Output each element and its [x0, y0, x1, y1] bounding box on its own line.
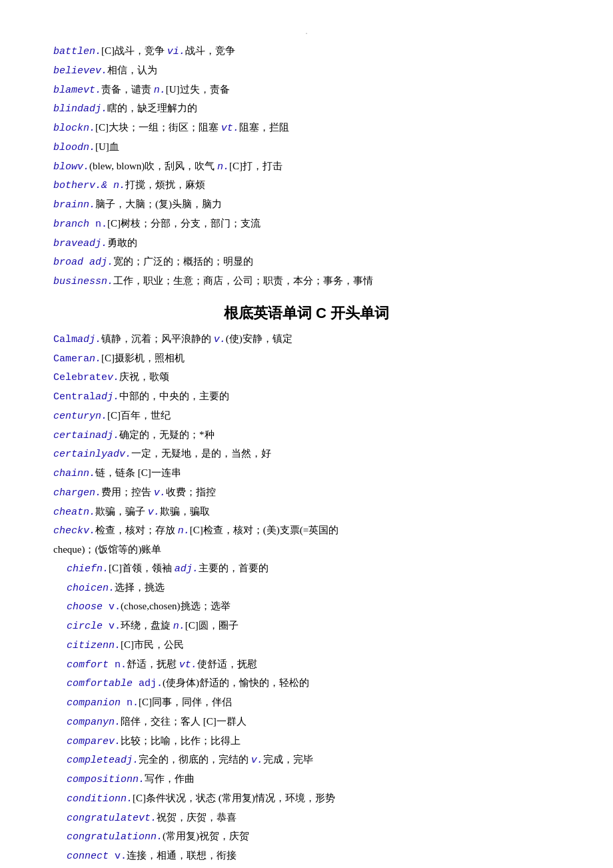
page-wrapper: . battlen.[C]战斗，竞争 vi.战斗，竞争 believev.相信，… — [40, 27, 573, 868]
pos: v. — [83, 525, 95, 537]
definition: 工作，职业；生意；商店，公司；职责，本分；事务，事情 — [113, 275, 373, 286]
word-en: broad — [53, 257, 83, 268]
definition: 勇敢的 — [107, 237, 137, 248]
pos: n. — [89, 353, 101, 365]
word-en: comfortable — [67, 678, 133, 689]
word-en: comfort — [67, 659, 109, 671]
word-en: congratulation — [67, 831, 151, 843]
word-en: Camera — [53, 353, 89, 365]
def2: 主要的，首要的 — [199, 563, 269, 573]
definition: 脑子，大脑；(复)头脑，脑力 — [95, 199, 222, 209]
list-item: Centraladj.中部的，中央的，主要的 — [53, 387, 573, 407]
list-item: blowv.(blew, blown)吹，刮风，吹气 n.[C]打，打击 — [53, 157, 573, 177]
word-en: blood — [53, 142, 83, 153]
list-item: choose v.(chose,chosen)挑选；选举 — [53, 597, 573, 617]
list-item: comfort n.舒适，抚慰 vt.使舒适，抚慰 — [53, 655, 573, 675]
definition: 责备，谴责 — [101, 84, 154, 95]
definition: 祝贺，庆贺，恭喜 — [157, 812, 237, 823]
pos: n. — [97, 563, 109, 575]
definition: 检查，核对；存放 — [95, 525, 178, 535]
word-en: certain — [53, 430, 95, 441]
word-en: believe — [53, 65, 95, 77]
def2: 战斗，竞争 — [185, 45, 235, 56]
def2: (使)安静，镇定 — [226, 333, 293, 344]
word-en: citizen — [67, 640, 109, 651]
list-item: companion n.[C]同事，同伴，伴侣 — [53, 693, 573, 713]
list-item: branch n.[C]树枝；分部，分支，部门；支流 — [53, 215, 573, 234]
list-item: comparev.比较；比喻，比作；比得上 — [53, 732, 573, 751]
definition: 陪伴，交往；客人 [C]一群人 — [121, 716, 247, 727]
word-en: Central — [53, 391, 95, 403]
list-item: completeadj.完全的，彻底的，完结的 v.完成，完毕 — [53, 751, 573, 770]
definition: [C]摄影机，照相机 — [101, 353, 185, 363]
pos: v. — [103, 621, 121, 632]
list-item: chiefn.[C]首领，领袖 adj.主要的，首要的 — [53, 559, 573, 579]
word-en: bother — [53, 180, 89, 191]
definition: 庆祝，歌颂 — [119, 371, 169, 382]
def2: 使舒适，抚慰 — [197, 659, 257, 669]
definition: 打搅，烦扰，麻烦 — [125, 179, 205, 190]
word-en: blind — [53, 103, 83, 115]
pos: n. — [83, 142, 95, 153]
pos: adj. — [77, 334, 101, 345]
definition: [C]百年，世纪 — [107, 410, 171, 421]
definition: [C]同事，同伴，伴侣 — [139, 697, 232, 707]
pos: adj. — [95, 430, 119, 441]
list-item: cheatn.欺骗，骗子 v.欺骗，骗取 — [53, 503, 573, 522]
definition: 一定，无疑地，是的，当然，好 — [131, 448, 271, 459]
word-en: blame — [53, 85, 83, 96]
pos2: vi. — [167, 46, 185, 57]
pos: adv. — [107, 449, 131, 460]
definition: 链，链条 [C]一连串 — [95, 467, 181, 478]
definition: 舒适，抚慰 — [127, 659, 179, 669]
definition: (常用复)祝贺，庆贺 — [163, 831, 249, 841]
section-c-title: 根底英语单词 C 开头单词 — [40, 303, 573, 323]
pos: adj. — [83, 257, 113, 268]
list-item: conditionn.[C]条件状况，状态 (常用复)情况，环境，形势 — [53, 789, 573, 809]
definition: 比较；比喻，比作；比得上 — [121, 735, 241, 746]
def2: 完成，完毕 — [263, 754, 313, 765]
pos2: v. — [214, 334, 226, 345]
word-en: century — [53, 411, 95, 422]
list-item: congratulatevt.祝贺，庆贺，恭喜 — [53, 809, 573, 828]
definition: [C]战斗，竞争 — [101, 45, 167, 56]
pos: v.& n. — [89, 180, 125, 191]
list-item: battlen.[C]战斗，竞争 vi.战斗，竞争 — [53, 42, 573, 61]
pos2: vt. — [179, 659, 197, 671]
pos: n. — [83, 507, 95, 518]
pos: n. — [121, 793, 133, 805]
list-item: chargen.费用；控告 v.收费；指控 — [53, 483, 573, 503]
list-item: certainadj.确定的，无疑的；*种 — [53, 426, 573, 445]
pos2: adj. — [175, 563, 199, 575]
pos: adj. — [83, 103, 107, 115]
list-item: broad adj.宽的；广泛的；概括的；明显的 — [53, 253, 573, 272]
pos: n. — [109, 640, 121, 651]
list-item: citizenn.[C]市民，公民 — [53, 636, 573, 655]
word-en: Calm — [53, 334, 77, 345]
pos: n. — [89, 46, 101, 57]
word-en: companion — [67, 697, 121, 709]
list-item: chainn.链，链条 [C]一连串 — [53, 464, 573, 483]
definition: 镇静，沉着；风平浪静的 — [101, 333, 214, 344]
word-en: business — [53, 276, 101, 287]
pos2: vt. — [221, 123, 239, 134]
pos2: n. — [178, 525, 190, 537]
word-en: condition — [67, 793, 121, 805]
list-item: Cameran.[C]摄影机，照相机 — [53, 349, 573, 369]
pos2: v. — [251, 755, 263, 766]
word-en: company — [67, 717, 109, 728]
list-item: congratulationn.(常用复)祝贺，庆贺 — [53, 827, 573, 847]
word-en: compare — [67, 736, 109, 747]
def2: 收费；指控 — [166, 487, 216, 497]
pos2: n. — [173, 621, 185, 632]
pos: n. — [83, 123, 95, 134]
pos: adj. — [95, 391, 119, 403]
definition: 选择，挑选 — [115, 582, 165, 593]
list-item: comfortable adj.(使身体)舒适的，愉快的，轻松的 — [53, 674, 573, 693]
word-en: brain — [53, 199, 83, 211]
definition: 中部的，中央的，主要的 — [119, 391, 229, 401]
definition: 确定的，无疑的；*种 — [119, 429, 215, 440]
word-en: branch — [53, 219, 89, 230]
section-b-entries: battlen.[C]战斗，竞争 vi.战斗，竞争 believev.相信，认为… — [40, 42, 573, 291]
pos: adj. — [133, 678, 163, 689]
